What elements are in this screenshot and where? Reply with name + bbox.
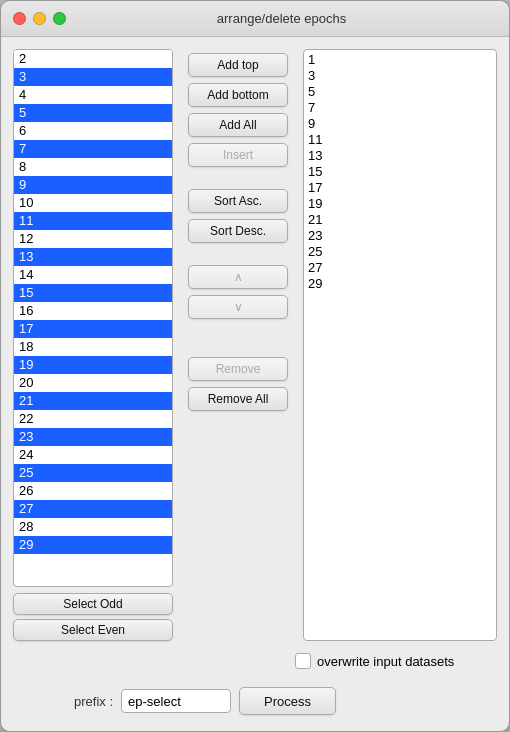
middle-panel: Add top Add bottom Add All Insert Sort A… bbox=[183, 49, 293, 641]
right-list-item: 5 bbox=[308, 84, 492, 100]
list-item[interactable]: 6 bbox=[14, 122, 172, 140]
close-button[interactable] bbox=[13, 12, 26, 25]
titlebar: arrange/delete epochs bbox=[1, 1, 509, 37]
overwrite-label: overwrite input datasets bbox=[317, 654, 454, 669]
list-item[interactable]: 27 bbox=[14, 500, 172, 518]
list-item[interactable]: 11 bbox=[14, 212, 172, 230]
right-list-item: 15 bbox=[308, 164, 492, 180]
list-item[interactable]: 26 bbox=[14, 482, 172, 500]
window-title: arrange/delete epochs bbox=[66, 11, 497, 26]
right-list-item: 19 bbox=[308, 196, 492, 212]
main-window: arrange/delete epochs 234567891011121314… bbox=[0, 0, 510, 732]
list-item[interactable]: 7 bbox=[14, 140, 172, 158]
remove-button[interactable]: Remove bbox=[188, 357, 288, 381]
list-item[interactable]: 15 bbox=[14, 284, 172, 302]
traffic-lights bbox=[13, 12, 66, 25]
overwrite-row: overwrite input datasets bbox=[13, 649, 497, 673]
prefix-input[interactable] bbox=[121, 689, 231, 713]
list-item[interactable]: 4 bbox=[14, 86, 172, 104]
right-list-item: 1 bbox=[308, 52, 492, 68]
list-item[interactable]: 14 bbox=[14, 266, 172, 284]
maximize-button[interactable] bbox=[53, 12, 66, 25]
list-item[interactable]: 25 bbox=[14, 464, 172, 482]
overwrite-checkbox[interactable] bbox=[295, 653, 311, 669]
prefix-row: prefix : Process bbox=[13, 681, 497, 719]
move-down-button[interactable]: ∨ bbox=[188, 295, 288, 319]
list-item[interactable]: 9 bbox=[14, 176, 172, 194]
list-item[interactable]: 18 bbox=[14, 338, 172, 356]
minimize-button[interactable] bbox=[33, 12, 46, 25]
right-list-item: 27 bbox=[308, 260, 492, 276]
main-area: 2345678910111213141516171819202122232425… bbox=[13, 49, 497, 641]
list-item[interactable]: 24 bbox=[14, 446, 172, 464]
list-item[interactable]: 2 bbox=[14, 50, 172, 68]
list-item[interactable]: 10 bbox=[14, 194, 172, 212]
list-item[interactable]: 17 bbox=[14, 320, 172, 338]
source-list[interactable]: 2345678910111213141516171819202122232425… bbox=[13, 49, 173, 587]
right-list-item: 13 bbox=[308, 148, 492, 164]
right-list-item: 7 bbox=[308, 100, 492, 116]
sort-desc-button[interactable]: Sort Desc. bbox=[188, 219, 288, 243]
list-item[interactable]: 3 bbox=[14, 68, 172, 86]
list-item[interactable]: 19 bbox=[14, 356, 172, 374]
list-item[interactable]: 22 bbox=[14, 410, 172, 428]
move-up-button[interactable]: ∧ bbox=[188, 265, 288, 289]
list-item[interactable]: 29 bbox=[14, 536, 172, 554]
right-list-item: 21 bbox=[308, 212, 492, 228]
right-list-item: 29 bbox=[308, 276, 492, 292]
add-all-button[interactable]: Add All bbox=[188, 113, 288, 137]
list-item[interactable]: 23 bbox=[14, 428, 172, 446]
right-list-item: 9 bbox=[308, 116, 492, 132]
list-item[interactable]: 28 bbox=[14, 518, 172, 536]
sort-asc-button[interactable]: Sort Asc. bbox=[188, 189, 288, 213]
select-odd-button[interactable]: Select Odd bbox=[13, 593, 173, 615]
content-area: 2345678910111213141516171819202122232425… bbox=[1, 37, 509, 731]
left-panel: 2345678910111213141516171819202122232425… bbox=[13, 49, 173, 641]
list-item[interactable]: 16 bbox=[14, 302, 172, 320]
select-even-button[interactable]: Select Even bbox=[13, 619, 173, 641]
remove-all-button[interactable]: Remove All bbox=[188, 387, 288, 411]
insert-button[interactable]: Insert bbox=[188, 143, 288, 167]
list-item[interactable]: 13 bbox=[14, 248, 172, 266]
list-item[interactable]: 12 bbox=[14, 230, 172, 248]
add-bottom-button[interactable]: Add bottom bbox=[188, 83, 288, 107]
list-item[interactable]: 5 bbox=[14, 104, 172, 122]
process-button[interactable]: Process bbox=[239, 687, 336, 715]
list-item[interactable]: 21 bbox=[14, 392, 172, 410]
add-top-button[interactable]: Add top bbox=[188, 53, 288, 77]
list-item[interactable]: 8 bbox=[14, 158, 172, 176]
select-buttons: Select Odd Select Even bbox=[13, 593, 173, 641]
destination-list[interactable]: 1357911131517192123252729 bbox=[303, 49, 497, 641]
list-item[interactable]: 20 bbox=[14, 374, 172, 392]
right-list-item: 17 bbox=[308, 180, 492, 196]
right-list-item: 23 bbox=[308, 228, 492, 244]
prefix-label: prefix : bbox=[74, 694, 113, 709]
right-list-item: 3 bbox=[308, 68, 492, 84]
right-list-item: 25 bbox=[308, 244, 492, 260]
right-list-item: 11 bbox=[308, 132, 492, 148]
